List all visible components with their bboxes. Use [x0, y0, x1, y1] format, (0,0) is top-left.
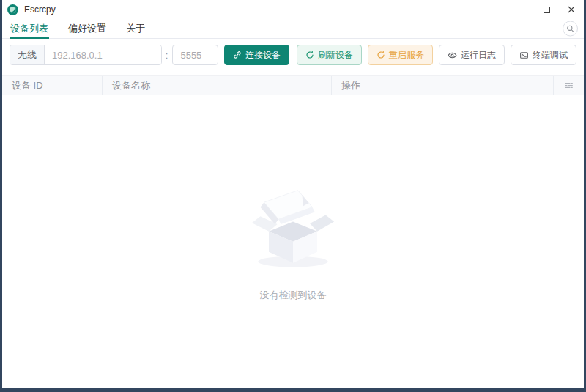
address-port-separator: :	[166, 50, 168, 61]
maximize-button[interactable]	[534, 0, 559, 19]
port-input[interactable]	[172, 45, 218, 65]
close-button[interactable]	[559, 0, 584, 19]
tab-about[interactable]: 关于	[125, 19, 146, 38]
tab-preferences[interactable]: 偏好设置	[67, 19, 107, 38]
column-header-actions: 操作	[332, 76, 554, 95]
minimize-icon	[518, 10, 525, 10]
connection-type-label: 无线	[18, 48, 37, 62]
run-logs-label: 运行日志	[461, 49, 496, 62]
empty-box-illustration	[245, 180, 341, 274]
column-header-actions-label: 操作	[341, 79, 360, 92]
tab-bar: 设备列表 偏好设置 关于	[2, 19, 584, 39]
refresh-devices-button[interactable]: 刷新设备	[297, 45, 362, 65]
terminal-debug-label: 终端调试	[533, 49, 568, 62]
maximize-icon	[544, 7, 550, 13]
connect-device-button[interactable]: 连接设备	[224, 45, 289, 65]
tab-about-label: 关于	[126, 22, 145, 35]
column-header-device-name: 设备名称	[103, 76, 332, 95]
restart-service-button[interactable]: 重启服务	[368, 45, 433, 65]
device-table-body: 没有检测到设备	[2, 95, 584, 388]
eye-icon	[448, 51, 457, 60]
run-logs-button[interactable]: 运行日志	[439, 45, 505, 65]
window-title: Escrcpy	[24, 4, 56, 15]
connection-type-select[interactable]: 无线	[10, 45, 45, 64]
column-header-device-id-label: 设备 ID	[12, 79, 43, 92]
ip-address-input[interactable]	[45, 45, 161, 64]
app-logo-icon	[7, 4, 18, 15]
window-controls	[509, 0, 584, 19]
search-button[interactable]	[563, 21, 578, 37]
device-table-header: 设备 ID 设备名称 操作	[2, 75, 584, 95]
tab-preferences-label: 偏好设置	[68, 22, 106, 35]
column-settings-button[interactable]	[554, 76, 584, 95]
address-input-group: 无线	[10, 45, 162, 65]
refresh-devices-label: 刷新设备	[318, 49, 353, 62]
refresh-icon	[305, 51, 314, 59]
column-header-device-id: 设备 ID	[2, 76, 103, 95]
column-settings-icon	[564, 81, 574, 90]
tab-device-list[interactable]: 设备列表	[10, 19, 49, 38]
connection-toolbar: 无线 : 连接设备 刷新设备 重启服务	[2, 39, 584, 71]
close-icon	[568, 6, 575, 13]
terminal-icon	[519, 51, 529, 60]
column-header-device-name-label: 设备名称	[112, 79, 150, 92]
minimize-button[interactable]	[509, 0, 534, 19]
search-icon	[566, 25, 574, 33]
restart-icon	[377, 51, 385, 59]
terminal-debug-button[interactable]: 终端调试	[511, 45, 576, 65]
titlebar: Escrcpy	[2, 0, 584, 19]
empty-state-message: 没有检测到设备	[260, 289, 327, 302]
tab-device-list-label: 设备列表	[10, 22, 48, 35]
connect-device-label: 连接设备	[245, 49, 281, 62]
app-window: Escrcpy 设备列表 偏好设置 关于	[2, 0, 584, 388]
restart-service-label: 重启服务	[389, 49, 424, 62]
link-icon	[233, 51, 242, 59]
